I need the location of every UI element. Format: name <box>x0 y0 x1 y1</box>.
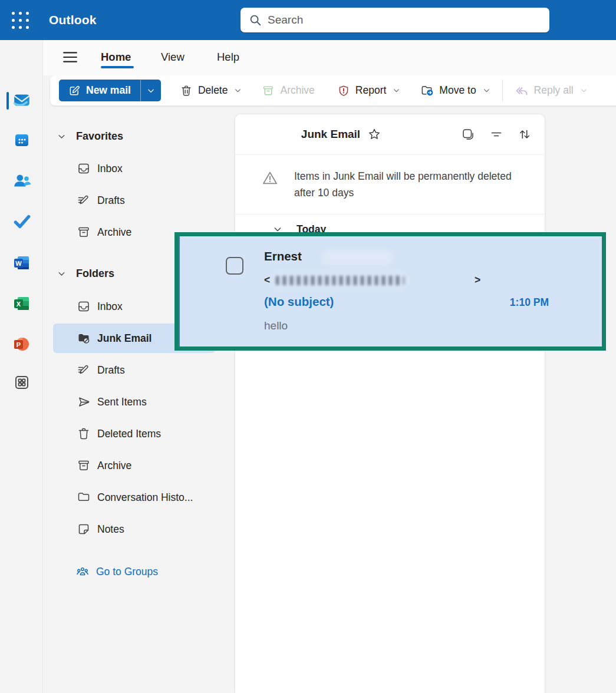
archive-label: Archive <box>280 84 314 97</box>
warning-text: Items in Junk Email will be permanently … <box>294 168 518 201</box>
chevron-down-icon <box>57 132 66 141</box>
sidebar-item-notes[interactable]: Notes <box>53 514 215 544</box>
rail-people-icon[interactable] <box>0 164 43 197</box>
rail-word-icon[interactable]: W <box>0 246 43 279</box>
inbox-icon <box>77 299 91 314</box>
new-mail-dropdown[interactable] <box>141 80 161 101</box>
search-bar[interactable] <box>241 8 549 32</box>
folder-title: Junk Email <box>301 128 360 141</box>
annotation-highlight-box: Ernest < > (No subject) 1:10 PM hello <box>174 232 606 351</box>
favorites-section-label: Favorites <box>76 130 123 143</box>
email-subject: (No subject) <box>264 295 334 308</box>
tab-home[interactable]: Home <box>101 46 131 68</box>
drafts-icon <box>77 363 91 377</box>
hamburger-menu-icon[interactable] <box>60 48 81 67</box>
archive-icon <box>77 225 91 239</box>
favorite-star-icon[interactable] <box>367 127 381 141</box>
toolbar-divider <box>502 80 503 102</box>
note-icon <box>77 522 91 536</box>
search-icon <box>249 14 262 27</box>
new-mail-button[interactable]: New mail <box>59 80 161 101</box>
tab-help[interactable]: Help <box>217 46 239 68</box>
junk-retention-warning: Items in Junk Email will be permanently … <box>235 155 545 214</box>
sent-icon <box>77 395 91 409</box>
sidebar-item-drafts-favorite[interactable]: Drafts <box>53 186 215 215</box>
reply-all-icon <box>515 84 529 98</box>
rail-more-apps-icon[interactable] <box>0 366 43 399</box>
redacted-sender-last-name <box>322 250 393 265</box>
address-close-bracket: > <box>475 274 480 286</box>
active-tab-indicator <box>101 66 134 68</box>
trash-icon <box>180 84 193 97</box>
sort-icon[interactable] <box>518 127 532 141</box>
rail-calendar-icon[interactable] <box>0 124 43 157</box>
groups-icon <box>75 564 90 579</box>
chevron-down-icon <box>147 87 155 95</box>
message-list-header: Junk Email <box>235 114 545 155</box>
app-rail: W X P <box>0 40 43 693</box>
sidebar-item-inbox-favorite[interactable]: Inbox <box>53 154 215 183</box>
report-label: Report <box>355 84 387 97</box>
search-input[interactable] <box>268 8 549 32</box>
svg-text:X: X <box>16 301 21 308</box>
tab-view[interactable]: View <box>161 46 185 68</box>
reply-all-label: Reply all <box>534 84 574 97</box>
chevron-down-icon <box>234 87 242 94</box>
go-to-groups-link[interactable]: Go to Groups <box>53 557 215 586</box>
folder-pane: Favorites Inbox Drafts Archive Folders I… <box>43 108 235 693</box>
chevron-down-icon <box>483 87 490 94</box>
email-time: 1:10 PM <box>510 296 549 309</box>
chevron-down-icon <box>393 87 400 94</box>
rail-excel-icon[interactable]: X <box>0 287 43 320</box>
move-to-button[interactable]: Move to <box>414 80 496 101</box>
favorites-section-header[interactable]: Favorites <box>53 123 229 150</box>
sidebar-item-archive[interactable]: Archive <box>53 451 215 480</box>
redacted-email-address <box>276 276 404 285</box>
sidebar-item-deleted-items[interactable]: Deleted Items <box>53 419 215 448</box>
top-app-bar: Outlook <box>0 0 616 40</box>
command-toolbar: New mail Delete Archive Report Move to R… <box>50 75 616 105</box>
email-sender: Ernest <box>264 249 302 263</box>
sidebar-item-drafts[interactable]: Drafts <box>53 355 215 385</box>
ribbon-tabs-row: Home View Help <box>43 40 616 75</box>
report-shield-icon <box>337 84 350 97</box>
message-list-pane: Junk Email Items in Junk Email will be p… <box>235 114 545 693</box>
email-checkbox[interactable] <box>226 257 243 275</box>
move-to-label: Move to <box>439 84 476 97</box>
selection-accent-bar <box>179 236 180 346</box>
app-title: Outlook <box>49 13 97 27</box>
rail-powerpoint-icon[interactable]: P <box>0 328 43 361</box>
delete-button[interactable]: Delete <box>174 80 248 101</box>
delete-label: Delete <box>198 84 228 97</box>
new-mail-label: New mail <box>86 84 131 97</box>
app-launcher-icon[interactable] <box>6 6 34 34</box>
compose-icon <box>68 85 80 97</box>
email-preview: hello <box>264 319 288 332</box>
report-button[interactable]: Report <box>331 80 407 101</box>
archive-button[interactable]: Archive <box>256 80 320 101</box>
warning-triangle-icon <box>261 169 279 187</box>
rail-selected-indicator <box>6 92 9 110</box>
filter-icon[interactable] <box>489 127 503 141</box>
chevron-down-icon <box>57 269 66 278</box>
drafts-icon <box>77 193 91 207</box>
sidebar-item-sent-items[interactable]: Sent Items <box>53 387 215 417</box>
folder-icon <box>77 490 91 504</box>
select-all-icon[interactable] <box>461 127 475 141</box>
archive-icon <box>262 84 275 97</box>
move-to-folder-icon <box>420 84 434 97</box>
folders-section-label: Folders <box>76 268 114 280</box>
inbox-icon <box>77 161 91 176</box>
chevron-down-icon <box>580 87 588 94</box>
svg-text:P: P <box>16 341 20 348</box>
sidebar-item-conversation-history[interactable]: Conversation Histo... <box>53 483 215 512</box>
junk-folder-icon <box>77 331 91 345</box>
rail-todo-icon[interactable] <box>0 205 43 238</box>
archive-icon <box>77 458 91 473</box>
email-address-line: < > <box>264 274 482 288</box>
email-list-item[interactable]: Ernest < > (No subject) 1:10 PM hello <box>179 236 602 346</box>
rail-mail-icon[interactable] <box>0 84 43 117</box>
address-open-bracket: < <box>264 274 270 286</box>
reply-all-button[interactable]: Reply all <box>509 80 594 101</box>
svg-text:W: W <box>15 260 22 267</box>
